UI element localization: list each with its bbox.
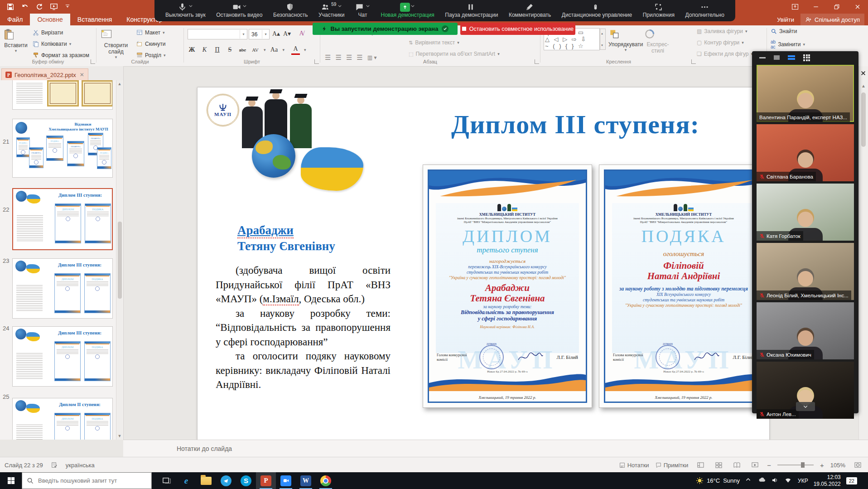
format-painter-button[interactable]: Формат за зразком <box>33 52 89 58</box>
close-document-icon[interactable]: ✕ <box>80 72 84 78</box>
slide-thumbnail-22[interactable]: Диплом ІІІ ступеня:ДИПЛОМПОДЯКА <box>12 188 113 250</box>
paste-button[interactable]: Вставити ▾ <box>3 27 29 53</box>
slide-thumbnail-25[interactable]: Диплом ІІ ступеня:ДИПЛОМПОДЯКА <box>12 398 113 440</box>
reset-button[interactable]: Скинути <box>136 41 165 47</box>
notification-badge[interactable]: 22 <box>846 477 857 484</box>
slide-title[interactable]: Диплом ІІІ ступеня: <box>451 109 770 140</box>
word-icon[interactable]: W <box>296 472 316 489</box>
start-slideshow-icon[interactable] <box>50 3 58 11</box>
change-case-button[interactable]: Aa <box>270 45 279 54</box>
increase-font-icon[interactable]: A▴ <box>272 29 280 38</box>
panel-exit-fullscreen-icon[interactable] <box>774 55 780 60</box>
zoom-out-icon[interactable]: − <box>767 461 771 469</box>
hidden-icons-chevron[interactable] <box>745 477 753 484</box>
copy-button[interactable]: Копіювати▾ <box>33 41 71 47</box>
restore-icon[interactable] <box>826 0 847 14</box>
layout-button[interactable]: Макет▾ <box>136 29 165 36</box>
cut-button[interactable]: Вирізати <box>33 29 63 36</box>
slide-area-scrollbar[interactable]: ▲ <box>858 66 868 440</box>
sign-in-button[interactable]: Увійти <box>777 16 794 23</box>
shape-fill-button[interactable]: ▨Заливка фігури▾ <box>697 28 747 34</box>
paragraph-dialog-launcher[interactable] <box>535 59 539 64</box>
tab-file[interactable]: Файл <box>0 14 30 25</box>
participant-video[interactable]: Валентина Парандій, експерт НАЗ... <box>757 65 854 122</box>
meeting-toolbar-дистанционное-управление[interactable]: Дистанционное управление <box>561 2 633 19</box>
keyboard-language[interactable]: УКР <box>798 478 808 484</box>
onedrive-icon[interactable] <box>758 477 766 484</box>
tab-home[interactable]: Основне <box>30 14 70 25</box>
document-tab[interactable]: P Геополітика_2022.pptx ✕ <box>1 68 88 81</box>
weather-widget[interactable]: 16°CSunny <box>696 477 740 484</box>
scroll-down-icon[interactable]: ▼ <box>118 434 122 438</box>
start-button[interactable] <box>0 472 22 489</box>
slide-thumbnail-partial[interactable] <box>12 80 113 110</box>
certificate[interactable]: МАУП ХМЕЛЬНИЦЬКИЙ ІНСТИТУТімені Блаженні… <box>423 165 592 408</box>
zoom-app-icon[interactable] <box>276 472 296 489</box>
recipient-name[interactable]: Арабаджи Тетяну Євгенівну <box>237 223 335 254</box>
current-slide-canvas[interactable]: МАУП Диплом ІІІ ступеня: Арабаджи Тетяну… <box>197 87 770 440</box>
font-color-button[interactable]: А <box>291 44 300 55</box>
undo-icon[interactable] <box>21 3 29 11</box>
gallery-view-icon[interactable] <box>803 54 810 61</box>
share-button[interactable]: Спільний доступ <box>800 14 864 25</box>
reading-view-icon[interactable] <box>731 460 743 470</box>
slide-body-text[interactable]: (здобувача вищої освіти Придунайської фі… <box>216 263 391 392</box>
minimize-icon[interactable] <box>805 0 826 14</box>
meeting-toolbar-чат[interactable]: Чат <box>354 2 371 19</box>
meeting-toolbar-приложения[interactable]: Приложения <box>642 2 675 19</box>
quick-styles-button[interactable]: Експрес-стилі <box>644 27 672 54</box>
slideshow-view-icon[interactable] <box>749 460 761 470</box>
chrome-icon[interactable] <box>316 472 336 489</box>
redo-icon[interactable] <box>35 3 43 11</box>
fit-to-window-icon[interactable] <box>852 460 863 470</box>
replace-button[interactable]: abac Замінити▾ <box>771 39 805 49</box>
participant-video[interactable]: Леонід Білий, Хмельницький Інс... <box>757 243 854 300</box>
meeting-toolbar-безопасность[interactable]: Безопасность <box>272 2 309 19</box>
find-button[interactable]: Знайти <box>771 28 797 34</box>
clock[interactable]: 12:03 19.05.2022 <box>814 474 841 488</box>
notes-toggle[interactable]: Нотатки <box>619 462 649 469</box>
slide-sorter-view-icon[interactable] <box>713 460 724 470</box>
chevron-down-icon[interactable] <box>242 4 247 8</box>
spell-check-icon[interactable] <box>51 462 58 468</box>
meeting-toolbar-пауза-демонстрации[interactable]: Пауза демонстрации <box>444 2 499 19</box>
customize-quick-access-icon[interactable] <box>64 3 72 11</box>
zoom-in-icon[interactable]: + <box>820 461 824 469</box>
explorer-icon[interactable] <box>196 472 216 489</box>
drawing-dialog-launcher[interactable] <box>691 59 696 64</box>
collapse-videos-button[interactable] <box>796 402 815 411</box>
powerpoint-icon[interactable]: P <box>256 472 276 489</box>
scroll-up-icon[interactable]: ▲ <box>861 83 866 88</box>
meeting-toolbar-участники[interactable]: 59Участники <box>318 2 345 19</box>
speaker-view-icon[interactable] <box>788 55 795 60</box>
comments-toggle[interactable]: Примітки <box>656 462 689 469</box>
panel-minimize-icon[interactable] <box>759 57 766 58</box>
new-slide-button[interactable]: Створити слайд ▾ <box>100 27 132 59</box>
search-input[interactable] <box>37 477 139 484</box>
task-view-icon[interactable] <box>156 472 176 489</box>
notes-pane[interactable]: Нотатки до слайда <box>123 440 868 457</box>
font-name-combobox[interactable]: ▾ <box>188 29 247 39</box>
ribbon-display-options-icon[interactable] <box>785 0 805 14</box>
participant-video[interactable]: Катя Горбаток <box>757 184 854 241</box>
zoom-percentage[interactable]: 105% <box>830 462 845 469</box>
meeting-toolbar-дополнительно[interactable]: Дополнительно <box>684 2 725 19</box>
underline-button[interactable]: П <box>213 45 222 54</box>
scroll-up-icon[interactable]: ▲ <box>118 82 122 86</box>
meeting-toolbar-комментировать[interactable]: Комментировать <box>508 2 552 19</box>
clipboard-dialog-launcher[interactable] <box>91 59 95 64</box>
slide-thumbnail-21[interactable]: ВідзнакиХмельницького інститут МАУППОДЯК… <box>12 119 113 178</box>
chevron-down-icon[interactable] <box>338 4 342 8</box>
meeting-toolbar-новая-демонстрация[interactable]: Новая демонстрация <box>380 2 435 19</box>
language-indicator[interactable]: українська <box>66 462 95 469</box>
clear-formatting-icon[interactable]: A̸ <box>297 29 306 38</box>
shadow-button[interactable]: S <box>226 45 234 54</box>
arrange-button[interactable]: Упорядкувати ▾ <box>608 27 643 52</box>
normal-view-icon[interactable] <box>694 460 706 470</box>
slide-thumbnail-24[interactable]: Диплом ІІІ ступеня:ДИПЛОМПОДЯКА <box>12 326 113 387</box>
meeting-toolbar-выключить-звук[interactable]: Выключить звук <box>164 2 207 19</box>
section-button[interactable]: Розділ▾ <box>136 52 165 58</box>
network-icon[interactable] <box>785 477 792 484</box>
chevron-down-icon[interactable] <box>366 4 370 8</box>
close-pane-icon[interactable] <box>861 71 866 76</box>
